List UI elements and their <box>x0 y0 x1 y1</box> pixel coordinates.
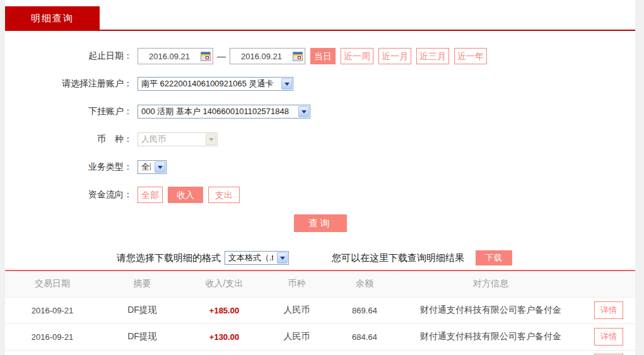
fund-flow-all-button[interactable]: 全部 <box>138 187 163 203</box>
business-type-row: 业务类型： 全部 <box>5 159 635 175</box>
header-trade-date: 交易日期 <box>5 271 100 297</box>
cell-balance: 869.64 <box>330 297 399 323</box>
cell-balance: 684.64 <box>330 323 399 350</box>
register-account-row: 请选择注册账户： 南平 6222001406100921065 灵通卡 <box>5 76 635 92</box>
register-account-select[interactable]: 南平 6222001406100921065 灵通卡 <box>138 77 293 91</box>
quick-range-3months-button[interactable]: 近三月 <box>416 48 449 64</box>
fund-flow-label: 资金流向： <box>5 189 132 201</box>
table-header-row: 交易日期 摘要 收入/支出 币种 余额 对方信息 <box>5 271 635 297</box>
table-row: 2016-09-21 DF提现 +185.00 人民币 869.64 财付通支付… <box>5 297 635 323</box>
cell-amount: +185.00 <box>185 297 264 323</box>
chevron-down-icon <box>277 252 288 264</box>
fund-flow-income-button[interactable]: 收入 <box>168 187 203 203</box>
quick-range-month-button[interactable]: 近一月 <box>378 48 411 64</box>
table-row: 2016-09-21 DF提现 +130.00 人民币 684.64 财付通支付… <box>5 323 635 350</box>
date-range-row: 起止日期： 2016.09.21 — 2016.09.21 当日 近一周 近一月… <box>5 48 635 64</box>
chevron-down-icon <box>206 134 216 145</box>
header-income-expense: 收入/支出 <box>185 271 264 297</box>
download-row: 请您选择下载明细的格式 文本格式（.txt） 您可以在这里下载查询明细结果 下载 <box>5 250 635 265</box>
cell-counterparty: 财付通支付科技有限公司客户备付金 <box>399 297 582 323</box>
content-panel: 明细查询 起止日期： 2016.09.21 — 2016.09.21 当日 近一… <box>5 0 635 355</box>
date-range-label: 起止日期： <box>5 50 132 62</box>
fund-flow-row: 资金流向： 全部 收入 支出 <box>5 187 635 203</box>
transactions-table: 交易日期 摘要 收入/支出 币种 余额 对方信息 2016-09-21 DF提现… <box>5 270 635 355</box>
currency-row: 币 种： 人民币 <box>5 131 635 148</box>
calendar-icon[interactable] <box>201 52 211 61</box>
tab-detail-query[interactable]: 明细查询 <box>5 6 100 30</box>
cell-amount: +130.00 <box>185 323 264 350</box>
sub-account-row: 下挂账户： 000 活期 基本户 1406600101102571848 <box>5 103 635 120</box>
cell-trade-date: 2016-09-21 <box>5 297 100 323</box>
currency-label: 币 种： <box>5 134 132 145</box>
query-button[interactable]: 查询 <box>294 214 347 232</box>
detail-button[interactable]: 详情 <box>594 328 623 346</box>
download-format-label: 请您选择下载明细的格式 <box>117 252 221 264</box>
start-date-value: 2016.09.21 <box>138 52 201 61</box>
end-date-value: 2016.09.21 <box>230 52 293 61</box>
quick-range-week-button[interactable]: 近一周 <box>341 48 373 64</box>
chevron-down-icon <box>155 161 165 173</box>
chevron-down-icon <box>281 78 292 90</box>
register-account-value: 南平 6222001406100921065 灵通卡 <box>141 78 278 90</box>
register-account-label: 请选择注册账户： <box>5 78 132 90</box>
sub-account-select[interactable]: 000 活期 基本户 1406600101102571848 <box>138 105 310 119</box>
cell-summary: DF提现 <box>100 297 185 323</box>
business-type-value: 全部 <box>141 161 151 173</box>
business-type-select[interactable]: 全部 <box>138 160 167 174</box>
date-separator: — <box>217 51 226 61</box>
header-balance: 余额 <box>330 271 399 297</box>
cell-counterparty: 财付通支付科技有限公司客户备付金 <box>399 323 582 350</box>
fund-flow-expense-button[interactable]: 支出 <box>208 187 240 203</box>
quick-range-today-button[interactable]: 当日 <box>310 48 336 64</box>
cell-currency: 人民币 <box>264 323 330 350</box>
header-summary: 摘要 <box>100 271 185 297</box>
download-button[interactable]: 下载 <box>476 250 512 265</box>
query-form: 起止日期： 2016.09.21 — 2016.09.21 当日 近一周 近一月… <box>5 31 635 232</box>
business-type-label: 业务类型： <box>5 161 132 173</box>
calendar-icon[interactable] <box>293 52 303 61</box>
cell-trade-date: 2016-09-21 <box>5 323 100 350</box>
table-row-partial: 详情 <box>5 350 635 355</box>
download-hint: 您可以在这里下载查询明细结果 <box>332 252 464 264</box>
header-currency: 币种 <box>264 271 330 297</box>
detail-button[interactable]: 详情 <box>594 301 623 319</box>
chevron-down-icon <box>298 106 309 117</box>
sub-account-value: 000 活期 基本户 1406600101102571848 <box>141 106 295 117</box>
download-format-value: 文本格式（.txt） <box>228 252 273 264</box>
currency-select: 人民币 <box>138 132 218 146</box>
start-date-input[interactable]: 2016.09.21 <box>138 48 213 64</box>
download-format-select[interactable]: 文本格式（.txt） <box>225 251 289 265</box>
currency-value: 人民币 <box>141 134 202 145</box>
header-counterparty: 对方信息 <box>399 271 582 297</box>
end-date-input[interactable]: 2016.09.21 <box>230 48 305 64</box>
sub-account-label: 下挂账户： <box>5 106 132 117</box>
cell-summary: DF提现 <box>100 323 185 350</box>
quick-range-year-button[interactable]: 近一年 <box>454 48 487 64</box>
header-actions <box>582 271 635 297</box>
cell-currency: 人民币 <box>264 297 330 323</box>
